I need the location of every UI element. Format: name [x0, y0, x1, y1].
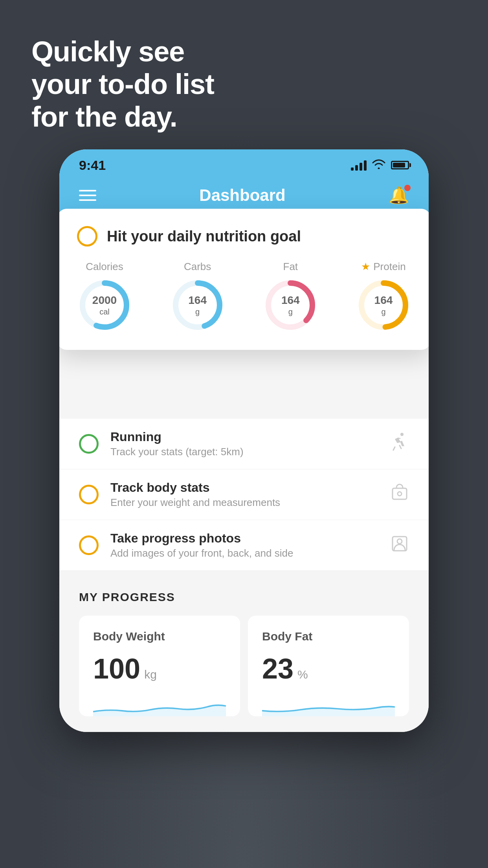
- card-header: Hit your daily nutrition goal: [77, 226, 411, 246]
- protein-value: 164 g: [374, 294, 393, 316]
- calories-value: 2000 cal: [92, 294, 117, 316]
- todo-title-running: Running: [110, 430, 378, 444]
- protein-label: ★ Protein: [361, 261, 405, 273]
- todo-item-running[interactable]: Running Track your stats (target: 5km): [59, 419, 429, 469]
- status-time: 9:41: [79, 158, 106, 173]
- body-fat-title: Body Fat: [262, 630, 395, 643]
- wifi-icon: [372, 159, 385, 172]
- calories-label: Calories: [86, 261, 123, 273]
- nutrition-card: Hit your daily nutrition goal Calories 2…: [59, 209, 429, 350]
- status-bar: 9:41: [59, 149, 429, 177]
- card-title: Hit your daily nutrition goal: [107, 228, 301, 245]
- nutrition-calories: Calories 2000 cal: [77, 261, 132, 333]
- hamburger-menu[interactable]: [79, 190, 96, 201]
- body-weight-title: Body Weight: [93, 630, 226, 643]
- carbs-donut: 164 g: [170, 278, 225, 333]
- headline-text: Quickly see your to-do list for the day.: [31, 35, 214, 133]
- running-icon: [390, 433, 409, 455]
- progress-section: MY PROGRESS Body Weight 100 kg Body Fat: [59, 571, 429, 732]
- phone-mockup: 9:41 Da: [59, 149, 429, 732]
- nutrition-protein: ★ Protein 164 g: [356, 261, 411, 333]
- nutrition-grid: Calories 2000 cal Carbs: [77, 261, 411, 333]
- svg-point-9: [398, 492, 402, 496]
- progress-title: MY PROGRESS: [79, 590, 409, 604]
- todo-circle-body-stats[interactable]: [79, 485, 99, 504]
- body-fat-unit: %: [297, 668, 308, 681]
- body-fat-value: 23 %: [262, 653, 395, 685]
- todo-sub-body-stats: Enter your weight and measurements: [110, 497, 378, 509]
- nutrition-fat: Fat 164 g: [263, 261, 318, 333]
- battery-icon: [391, 161, 409, 169]
- nav-title: Dashboard: [199, 186, 285, 205]
- svg-point-11: [397, 539, 402, 544]
- nutrition-carbs: Carbs 164 g: [170, 261, 225, 333]
- goal-checkbox[interactable]: [77, 226, 97, 246]
- body-weight-unit: kg: [144, 668, 157, 681]
- carbs-value: 164 g: [188, 294, 207, 316]
- fat-label: Fat: [283, 261, 298, 273]
- svg-rect-8: [393, 488, 407, 499]
- body-weight-value: 100 kg: [93, 653, 226, 685]
- calories-donut: 2000 cal: [77, 278, 132, 333]
- todo-list: Running Track your stats (target: 5km) T…: [59, 419, 429, 571]
- todo-sub-running: Track your stats (target: 5km): [110, 446, 378, 458]
- todo-text-photos: Take progress photos Add images of your …: [110, 531, 378, 559]
- fat-donut: 164 g: [263, 278, 318, 333]
- todo-item-body-stats[interactable]: Track body stats Enter your weight and m…: [59, 469, 429, 520]
- body-weight-chart: [93, 693, 226, 716]
- progress-cards: Body Weight 100 kg Body Fat 23 %: [79, 616, 409, 716]
- todo-circle-photos[interactable]: [79, 535, 99, 555]
- scale-icon: [390, 484, 409, 506]
- bell-icon[interactable]: 🔔: [389, 186, 409, 205]
- todo-circle-running[interactable]: [79, 434, 99, 454]
- todo-title-body-stats: Track body stats: [110, 480, 378, 495]
- todo-sub-photos: Add images of your front, back, and side: [110, 547, 378, 559]
- signal-icon: [351, 160, 367, 171]
- body-fat-number: 23: [262, 653, 294, 685]
- status-icons: [351, 159, 409, 172]
- todo-text-running: Running Track your stats (target: 5km): [110, 430, 378, 458]
- body-fat-chart: [262, 693, 395, 716]
- body-weight-card[interactable]: Body Weight 100 kg: [79, 616, 240, 716]
- hamburger-line: [79, 195, 96, 196]
- person-icon: [390, 534, 409, 557]
- todo-item-photos[interactable]: Take progress photos Add images of your …: [59, 520, 429, 571]
- star-icon: ★: [361, 261, 370, 273]
- todo-text-body-stats: Track body stats Enter your weight and m…: [110, 480, 378, 509]
- todo-title-photos: Take progress photos: [110, 531, 378, 546]
- body-fat-card[interactable]: Body Fat 23 %: [248, 616, 409, 716]
- fat-value: 164 g: [281, 294, 300, 316]
- carbs-label: Carbs: [184, 261, 211, 273]
- protein-donut: 164 g: [356, 278, 411, 333]
- hamburger-line: [79, 190, 96, 191]
- notification-dot: [404, 185, 411, 191]
- hamburger-line: [79, 199, 96, 201]
- body-weight-number: 100: [93, 653, 140, 685]
- content-area: THINGS TO DO TODAY Hit your daily nutrit…: [59, 217, 429, 419]
